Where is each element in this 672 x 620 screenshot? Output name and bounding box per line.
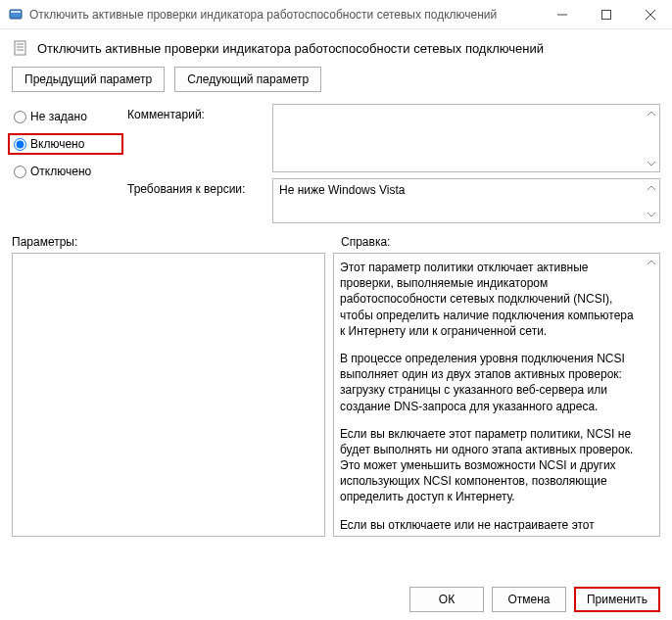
help-label: Справка: <box>341 235 390 249</box>
minimize-button[interactable] <box>540 0 584 28</box>
maximize-button[interactable] <box>584 0 628 28</box>
cancel-button[interactable]: Отмена <box>492 587 566 612</box>
scroll-up-icon[interactable] <box>644 180 658 195</box>
radio-not-configured[interactable]: Не задано <box>12 108 120 125</box>
close-button[interactable] <box>628 0 672 28</box>
radio-enabled[interactable]: Включено <box>8 133 123 155</box>
dialog-footer: ОК Отмена Применить <box>409 587 660 612</box>
help-box[interactable]: Этот параметр политики отключает активны… <box>333 253 660 537</box>
help-p2: В процессе определения уровня подключени… <box>340 351 642 414</box>
help-text: Этот параметр политики отключает активны… <box>334 254 659 536</box>
radio-enabled-label: Включено <box>30 137 84 151</box>
help-p1: Этот параметр политики отключает активны… <box>340 260 642 339</box>
requirement-label: Требования к версии: <box>127 178 264 196</box>
next-setting-button[interactable]: Следующий параметр <box>174 67 321 92</box>
prev-setting-button[interactable]: Предыдущий параметр <box>12 67 165 92</box>
comment-label: Комментарий: <box>127 104 264 121</box>
radio-enabled-input[interactable] <box>14 138 26 151</box>
requirement-field: Не ниже Windows Vista <box>272 178 660 223</box>
help-p4: Если вы отключаете или не настраиваете э… <box>340 517 642 536</box>
help-p3: Если вы включаете этот параметр политики… <box>340 426 642 505</box>
radio-disabled-label: Отключено <box>30 165 91 178</box>
svg-rect-3 <box>601 10 610 19</box>
radio-not-configured-input[interactable] <box>14 111 26 123</box>
scroll-up-icon[interactable] <box>644 255 658 269</box>
titlebar: Отключить активные проверки индикатора р… <box>0 0 672 29</box>
apply-button[interactable]: Применить <box>574 587 660 612</box>
dialog-heading: Отключить активные проверки индикатора р… <box>37 41 544 56</box>
svg-rect-1 <box>11 11 21 13</box>
params-label: Параметры: <box>12 235 341 249</box>
scroll-down-icon[interactable] <box>644 207 658 221</box>
scroll-up-icon[interactable] <box>644 106 658 120</box>
scroll-down-icon[interactable] <box>644 156 658 170</box>
radio-disabled[interactable]: Отключено <box>12 163 120 180</box>
policy-icon <box>12 39 29 57</box>
requirement-value: Не ниже Windows Vista <box>279 183 406 197</box>
radio-not-configured-label: Не задано <box>30 110 87 123</box>
comment-field[interactable] <box>272 104 660 172</box>
svg-rect-6 <box>15 41 25 55</box>
ok-button[interactable]: ОК <box>409 587 484 612</box>
window-title: Отключить активные проверки индикатора р… <box>29 8 540 22</box>
radio-disabled-input[interactable] <box>14 166 26 178</box>
app-icon <box>8 7 24 23</box>
state-radio-group: Не задано Включено Отключено <box>12 104 120 180</box>
window-controls <box>540 0 672 28</box>
dialog-header: Отключить активные проверки индикатора р… <box>12 39 660 57</box>
params-box[interactable] <box>12 253 325 537</box>
